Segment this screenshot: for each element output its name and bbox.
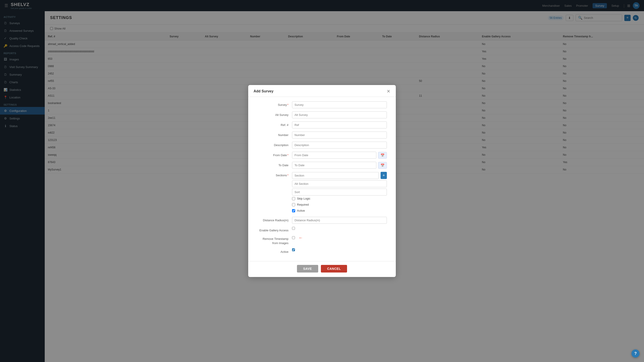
section-row: + [292, 172, 387, 179]
active-checkbox[interactable] [292, 248, 295, 251]
sections-field-row: Sections* + Skip Logic Require [257, 172, 387, 214]
remove-timestamp-checkbox[interactable] [292, 236, 295, 239]
from-date-control: 📅 [292, 152, 387, 159]
enable-gallery-control [292, 227, 387, 230]
modal-body: Survey* Alt Survey Ref. # [248, 97, 396, 261]
from-date-input[interactable] [292, 152, 376, 159]
to-date-control: 📅 [292, 162, 387, 169]
enable-gallery-label: Enable Gallery Access [257, 227, 288, 232]
required-row: Required [292, 203, 387, 206]
alt-section-input[interactable] [292, 180, 387, 187]
add-survey-modal: Add Survey ✕ Survey* Alt Survey [248, 85, 396, 277]
sort-input[interactable] [292, 189, 387, 196]
modal-footer: SAVE CANCEL [248, 261, 396, 277]
modal-header: Add Survey ✕ [248, 85, 396, 97]
ref-label: Ref. # [257, 122, 288, 127]
active-section-label: Active [297, 209, 305, 212]
arrow-indicator: ← [298, 235, 303, 240]
alt-survey-input[interactable] [292, 111, 387, 118]
number-field-row: Number [257, 132, 387, 139]
description-field-row: Description [257, 142, 387, 149]
help-button[interactable]: ? [632, 349, 640, 357]
modal-close-button[interactable]: ✕ [386, 89, 390, 94]
ref-input[interactable] [292, 122, 387, 128]
section-input[interactable] [292, 172, 379, 179]
survey-field-row: Survey* [257, 101, 387, 108]
to-date-field-row: To Date 📅 [257, 162, 387, 169]
remove-timestamp-control: ← [292, 235, 387, 240]
ref-field-row: Ref. # [257, 122, 387, 128]
description-control [292, 142, 387, 149]
modal-overlay: Add Survey ✕ Survey* Alt Survey [0, 0, 644, 362]
from-date-picker-button[interactable]: 📅 [378, 152, 387, 159]
number-label: Number [257, 132, 288, 137]
survey-input[interactable] [292, 101, 387, 108]
modal-title: Add Survey [254, 89, 274, 93]
cancel-button[interactable]: CANCEL [321, 265, 347, 272]
skip-logic-row: Skip Logic [292, 197, 387, 200]
active-section-checkbox[interactable] [292, 209, 295, 212]
sections-control: + Skip Logic Required Active [292, 172, 387, 214]
active-label: Active [257, 248, 288, 253]
remove-timestamp-label: Remove Timestamp from Images [257, 235, 288, 245]
description-label: Description [257, 142, 288, 147]
active-field-row: Active [257, 248, 387, 253]
survey-control [292, 101, 387, 108]
number-input[interactable] [292, 132, 387, 139]
alt-survey-label: Alt Survey [257, 111, 288, 117]
number-control [292, 132, 387, 139]
skip-logic-checkbox[interactable] [292, 197, 295, 200]
to-date-label: To Date [257, 162, 288, 167]
required-checkbox[interactable] [292, 203, 295, 206]
distance-radius-field-row: Distance Radius(m) [257, 217, 387, 224]
from-date-field-row: From Date* 📅 [257, 152, 387, 159]
required-label: Required [297, 203, 309, 206]
from-date-label: From Date* [257, 152, 288, 157]
distance-radius-label: Distance Radius(m) [257, 217, 288, 222]
enable-gallery-field-row: Enable Gallery Access [257, 227, 387, 232]
remove-timestamp-field-row: Remove Timestamp from Images ← [257, 235, 387, 245]
sections-label: Sections* [257, 172, 288, 177]
description-input[interactable] [292, 142, 387, 149]
to-date-input[interactable] [292, 162, 376, 169]
distance-radius-control [292, 217, 387, 224]
enable-gallery-checkbox[interactable] [292, 227, 295, 230]
to-date-picker-button[interactable]: 📅 [378, 162, 387, 169]
active-control [292, 248, 387, 251]
save-button[interactable]: SAVE [297, 265, 318, 272]
ref-control [292, 122, 387, 128]
distance-radius-input[interactable] [292, 217, 387, 224]
alt-survey-control [292, 111, 387, 118]
active-section-row: Active [292, 209, 387, 212]
survey-label: Survey* [257, 101, 288, 107]
alt-survey-field-row: Alt Survey [257, 111, 387, 118]
section-add-button[interactable]: + [380, 172, 387, 179]
skip-logic-label: Skip Logic [297, 197, 310, 200]
